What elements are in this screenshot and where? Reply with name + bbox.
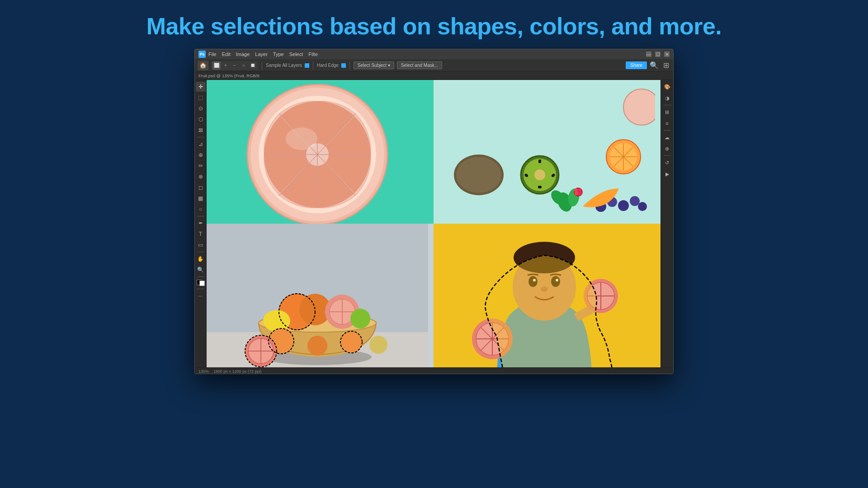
toolbar-sep-2 bbox=[197, 216, 204, 216]
status-bar: 135% 1800 px x 1200 px (72 ppi) bbox=[195, 367, 673, 374]
canvas-cell-bowl bbox=[207, 224, 434, 367]
heal-tool[interactable]: ⊕ bbox=[196, 150, 206, 160]
title-bar-left: Ps File Edit Image Layer Type Select Fil… bbox=[198, 51, 318, 58]
canvas-cell-child bbox=[434, 224, 660, 367]
select-subject-label: Select Subject bbox=[358, 63, 387, 68]
svg-point-39 bbox=[630, 196, 640, 206]
hard-edge-label: Hard Edge bbox=[317, 63, 339, 68]
toolbar-sep-5 bbox=[197, 289, 204, 289]
svg-point-60 bbox=[263, 310, 290, 332]
hand-tool[interactable]: ✋ bbox=[196, 254, 206, 264]
menu-type[interactable]: Type bbox=[273, 52, 284, 57]
maximize-button[interactable]: ☐ bbox=[655, 52, 660, 57]
sample-all-layers-checkbox[interactable] bbox=[305, 63, 309, 68]
actions-panel-icon[interactable]: ▶ bbox=[662, 169, 672, 179]
rp-sep-3 bbox=[664, 155, 671, 156]
move-tool[interactable]: ✛ bbox=[196, 82, 206, 92]
more-tools[interactable]: ··· bbox=[196, 291, 206, 301]
toolbar-sep-4 bbox=[197, 277, 204, 277]
text-tool[interactable]: T bbox=[196, 229, 206, 239]
menu-layer[interactable]: Layer bbox=[255, 52, 268, 57]
svg-point-38 bbox=[618, 200, 629, 211]
color-select-icon[interactable]: 🔲 bbox=[249, 61, 257, 70]
select-subject-button[interactable]: Select Subject ▾ bbox=[354, 61, 394, 69]
canvas-grid bbox=[207, 80, 660, 367]
marquee-tool[interactable]: ⬚ bbox=[196, 93, 206, 103]
select-and-mask-button[interactable]: Select and Mask... bbox=[397, 61, 442, 69]
eraser-tool[interactable]: ◻ bbox=[196, 183, 206, 192]
lasso-tool[interactable]: ⊙ bbox=[196, 103, 206, 113]
svg-point-61 bbox=[350, 309, 370, 328]
canvas-cell-fruits-blue bbox=[434, 80, 660, 224]
crop-tool[interactable]: ⊠ bbox=[196, 125, 206, 135]
new-selection-icon[interactable]: ⬜ bbox=[212, 61, 221, 70]
title-bar-menu: File Edit Image Layer Type Select Filte bbox=[208, 52, 318, 57]
sample-all-layers-label: Sample All Layers bbox=[266, 63, 302, 68]
colors-panel-icon[interactable]: 🎨 bbox=[662, 82, 672, 92]
options-sep-2 bbox=[313, 61, 313, 70]
left-toolbar: ✛ ⬚ ⊙ ⬡ ⊠ ⊿ ⊕ ✏ ⊗ ◻ ▦ ○ ✒ T ▭ ✋ 🔍 bbox=[195, 80, 207, 367]
subtract-selection-icon[interactable]: − bbox=[231, 61, 239, 70]
menu-image[interactable]: Image bbox=[236, 52, 250, 57]
brush-tool[interactable]: ✏ bbox=[196, 161, 206, 171]
svg-point-40 bbox=[638, 202, 647, 211]
adjustments-panel-icon[interactable]: ◑ bbox=[662, 93, 672, 103]
share-button[interactable]: Share bbox=[626, 61, 647, 69]
layers-panel-icon[interactable]: ⊞ bbox=[662, 107, 672, 117]
menu-file[interactable]: File bbox=[208, 52, 217, 57]
svg-point-65 bbox=[369, 336, 387, 354]
fruits-teal-svg bbox=[434, 80, 655, 224]
close-button[interactable]: ✕ bbox=[664, 52, 670, 57]
title-bar-controls: — ☐ ✕ bbox=[646, 52, 670, 57]
svg-point-46 bbox=[578, 188, 581, 192]
minimize-button[interactable]: — bbox=[646, 52, 651, 57]
document-dimensions: 1800 px x 1200 px (72 ppi) bbox=[213, 369, 262, 374]
layout-icon[interactable]: ⊞ bbox=[661, 61, 670, 70]
select-and-mask-label: Select and Mask... bbox=[401, 63, 438, 68]
headline: Make selections based on shapes, colors,… bbox=[0, 0, 868, 48]
svg-point-45 bbox=[574, 188, 578, 192]
eyedropper-tool[interactable]: ⊿ bbox=[196, 139, 206, 149]
dodge-tool[interactable]: ○ bbox=[196, 204, 206, 214]
pen-tool[interactable]: ✒ bbox=[196, 218, 206, 228]
plugins-panel-icon[interactable]: ⊕ bbox=[662, 144, 672, 154]
bowl-svg bbox=[207, 224, 428, 367]
libraries-panel-icon[interactable]: ☁ bbox=[662, 132, 672, 142]
svg-point-63 bbox=[307, 336, 327, 356]
shape-tool[interactable]: ▭ bbox=[196, 240, 206, 250]
hard-edge-checkbox[interactable] bbox=[341, 63, 346, 68]
tool-mode-group: ⬜ + − ∩ 🔲 bbox=[211, 61, 258, 70]
intersect-selection-icon[interactable]: ∩ bbox=[240, 61, 248, 70]
menu-select[interactable]: Select bbox=[289, 52, 303, 57]
canvas-area bbox=[207, 80, 660, 367]
svg-point-25 bbox=[538, 160, 541, 163]
toolbar-sep-1 bbox=[197, 137, 204, 137]
menu-filter[interactable]: Filte bbox=[308, 52, 318, 57]
rp-sep-1 bbox=[664, 105, 671, 105]
add-selection-icon[interactable]: + bbox=[222, 61, 230, 70]
color-swatch[interactable] bbox=[197, 280, 205, 286]
home-button[interactable]: 🏠 bbox=[198, 61, 208, 70]
options-bar: 🏠 ⬜ + − ∩ 🔲 Sample All Layers Hard Edge … bbox=[195, 59, 673, 72]
gradient-tool[interactable]: ▦ bbox=[196, 193, 206, 203]
history-panel-icon[interactable]: ↺ bbox=[662, 158, 672, 168]
svg-point-14 bbox=[286, 127, 317, 150]
child-svg bbox=[434, 224, 655, 367]
zoom-tool[interactable]: 🔍 bbox=[196, 265, 206, 275]
headline-text: Make selections based on shapes, colors,… bbox=[0, 13, 868, 40]
menu-edit[interactable]: Edit bbox=[222, 52, 231, 57]
rp-sep-2 bbox=[664, 130, 671, 131]
magic-wand-tool[interactable]: ⬡ bbox=[196, 114, 206, 124]
options-sep-3 bbox=[349, 61, 350, 70]
main-area: ✛ ⬚ ⊙ ⬡ ⊠ ⊿ ⊕ ✏ ⊗ ◻ ▦ ○ ✒ T ▭ ✋ 🔍 bbox=[195, 80, 673, 367]
ps-logo: Ps bbox=[198, 51, 206, 58]
background-color[interactable] bbox=[199, 281, 205, 286]
search-icon[interactable]: 🔍 bbox=[650, 61, 659, 70]
select-subject-chevron: ▾ bbox=[388, 63, 390, 68]
zoom-level: 135% bbox=[198, 369, 209, 374]
clone-tool[interactable]: ⊗ bbox=[196, 172, 206, 182]
title-bar: Ps File Edit Image Layer Type Select Fil… bbox=[195, 49, 673, 59]
properties-panel-icon[interactable]: ≡ bbox=[662, 118, 672, 128]
svg-point-27 bbox=[538, 186, 542, 188]
options-sep-1 bbox=[262, 61, 262, 70]
